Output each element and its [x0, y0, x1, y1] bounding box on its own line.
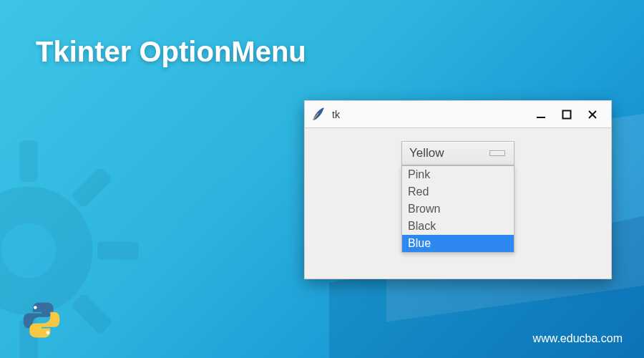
close-button[interactable]	[580, 105, 605, 125]
watermark-text: www.educba.com	[533, 332, 623, 345]
svg-point-1	[1, 223, 57, 279]
page-title: Tkinter OptionMenu	[36, 36, 306, 68]
svg-rect-9	[71, 293, 113, 335]
dropdown-item[interactable]: Black	[402, 218, 514, 235]
tk-titlebar: tk	[305, 101, 611, 128]
python-logo-icon	[21, 300, 62, 340]
dropdown-item-highlighted[interactable]: Blue	[402, 235, 514, 252]
dropdown-item[interactable]: Pink	[402, 166, 514, 183]
svg-rect-2	[19, 140, 38, 182]
option-menu-dropdown: Pink Red Brown Black Blue	[401, 165, 514, 253]
tk-window: tk Yellow Pink Red Brown Black Blue	[304, 100, 612, 279]
option-menu-handle-icon	[489, 150, 505, 156]
svg-rect-5	[97, 241, 139, 260]
tk-feather-icon	[311, 107, 326, 122]
tk-body: Yellow Pink Red Brown Black Blue	[305, 128, 611, 279]
svg-rect-10	[537, 117, 545, 118]
dropdown-item[interactable]: Brown	[402, 200, 514, 218]
option-menu-button[interactable]: Yellow	[401, 141, 514, 165]
dropdown-item[interactable]: Red	[402, 183, 514, 200]
option-selected-label: Yellow	[409, 146, 444, 160]
svg-point-0	[0, 186, 93, 314]
svg-rect-11	[563, 110, 571, 118]
tk-window-title: tk	[332, 109, 340, 120]
svg-point-15	[46, 331, 49, 334]
maximize-button[interactable]	[554, 105, 580, 125]
svg-rect-6	[71, 166, 113, 208]
svg-point-14	[34, 306, 37, 309]
minimize-button[interactable]	[528, 105, 554, 125]
